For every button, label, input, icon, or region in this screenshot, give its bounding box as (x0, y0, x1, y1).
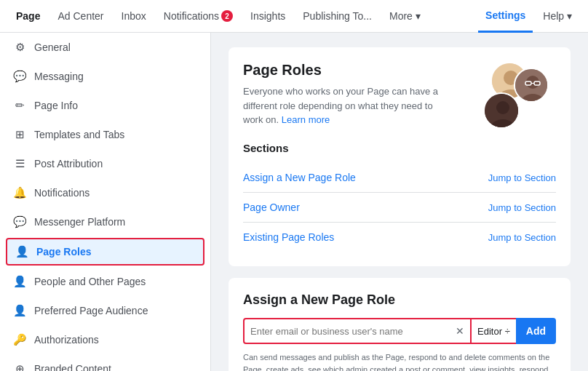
key-icon: 🔑 (12, 333, 27, 346)
sidebar: ⚙ General 💬 Messaging ✏ Page Info ⊞ Temp… (0, 33, 211, 371)
jump-link-assign[interactable]: Jump to Section (488, 172, 556, 183)
nav-ad-center[interactable]: Ad Center (50, 0, 111, 33)
sections-title: Sections (243, 142, 556, 154)
nav-publishing[interactable]: Publishing To... (295, 0, 379, 33)
sidebar-item-audience[interactable]: 👤 Preferred Page Audience (0, 296, 210, 325)
svg-point-10 (496, 101, 509, 114)
jump-link-existing[interactable]: Jump to Section (488, 232, 556, 243)
avatars-area (461, 62, 556, 127)
nav-left: Page Ad Center Inbox Notifications 2 Ins… (9, 0, 478, 33)
email-input[interactable] (250, 326, 456, 337)
page-roles-description: Everyone who works on your Page can have… (243, 84, 447, 127)
branded-icon: ⊕ (12, 362, 27, 371)
assign-row: ✕ Editor ÷ Add (243, 318, 556, 344)
section-row-owner: Page Owner Jump to Section (243, 193, 556, 223)
sections-area: Sections Assign a New Page Role Jump to … (243, 142, 556, 252)
person-icon: 👤 (15, 245, 29, 258)
clear-icon[interactable]: ✕ (456, 325, 464, 337)
page-roles-title: Page Roles (243, 62, 447, 79)
grid-icon: ⊞ (12, 128, 27, 141)
nav-insights[interactable]: Insights (243, 0, 293, 33)
bell-icon: 🔔 (12, 186, 27, 199)
nav-notifications[interactable]: Notifications 2 (156, 0, 240, 33)
messenger-icon: 💬 (12, 215, 27, 228)
section-link-assign[interactable]: Assign a New Page Role (243, 172, 356, 183)
nav-inbox[interactable]: Inbox (114, 0, 154, 33)
gear-icon: ⚙ (12, 41, 27, 54)
sidebar-item-authorizations[interactable]: 🔑 Authorizations (0, 325, 210, 354)
sidebar-item-notifications[interactable]: 🔔 Notifications (0, 178, 210, 207)
assign-description: Can send messages and publish as the Pag… (243, 351, 556, 371)
audience-icon: 👤 (12, 304, 27, 317)
sidebar-item-branded[interactable]: ⊕ Branded Content (0, 354, 210, 371)
learn-more-link[interactable]: Learn more (282, 114, 330, 125)
pencil-icon: ✏ (12, 99, 27, 112)
sidebar-item-messaging[interactable]: 💬 Messaging (0, 62, 210, 91)
main-layout: ⚙ General 💬 Messaging ✏ Page Info ⊞ Temp… (0, 33, 588, 371)
section-row-assign: Assign a New Page Role Jump to Section (243, 163, 556, 193)
section-row-existing: Existing Page Roles Jump to Section (243, 223, 556, 252)
email-input-wrap: ✕ (243, 318, 472, 344)
sidebar-item-messenger[interactable]: 💬 Messenger Platform (0, 207, 210, 236)
sidebar-item-page-roles[interactable]: 👤 Page Roles (6, 238, 204, 266)
avatar-2 (514, 68, 549, 103)
page-roles-header: Page Roles Everyone who works on your Pa… (243, 62, 556, 127)
top-nav: Page Ad Center Inbox Notifications 2 Ins… (0, 0, 588, 33)
main-content: Page Roles Everyone who works on your Pa… (211, 33, 588, 371)
page-roles-card: Page Roles Everyone who works on your Pa… (229, 47, 571, 266)
sidebar-item-general[interactable]: ⚙ General (0, 33, 210, 62)
sidebar-item-people[interactable]: 👤 People and Other Pages (0, 267, 210, 296)
svg-point-4 (526, 76, 539, 89)
nav-page[interactable]: Page (9, 0, 47, 33)
role-select[interactable]: Editor ÷ (472, 318, 516, 344)
page-roles-text: Page Roles Everyone who works on your Pa… (243, 62, 447, 127)
section-link-owner[interactable]: Page Owner (243, 202, 300, 213)
messaging-icon: 💬 (12, 70, 27, 83)
nav-more[interactable]: More ▾ (382, 0, 428, 33)
sidebar-item-post-attr[interactable]: ☰ Post Attribution (0, 149, 210, 178)
notification-badge: 2 (221, 10, 233, 22)
people-icon: 👤 (12, 275, 27, 288)
list-icon: ☰ (12, 157, 27, 170)
sidebar-item-templates[interactable]: ⊞ Templates and Tabs (0, 120, 210, 149)
jump-link-owner[interactable]: Jump to Section (488, 202, 556, 213)
assign-title: Assign a New Page Role (243, 292, 556, 308)
nav-settings[interactable]: Settings (478, 0, 533, 33)
sidebar-item-page-info[interactable]: ✏ Page Info (0, 91, 210, 120)
assign-role-card: Assign a New Page Role ✕ Editor ÷ Add Ca… (229, 278, 571, 371)
nav-right: Settings Help ▾ (478, 0, 579, 33)
nav-help[interactable]: Help ▾ (536, 0, 579, 33)
add-button[interactable]: Add (516, 318, 556, 344)
section-link-existing[interactable]: Existing Page Roles (243, 231, 334, 243)
avatar-3 (483, 92, 520, 129)
